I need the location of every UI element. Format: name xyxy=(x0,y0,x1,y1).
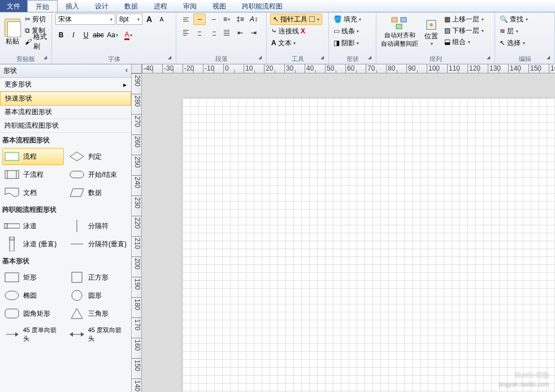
shape-terminator[interactable]: 开始/结束 xyxy=(67,166,129,183)
shadow-label: 阴影 xyxy=(341,38,355,48)
text-tool-button[interactable]: A 文本▾ xyxy=(270,37,297,49)
tab-process[interactable]: 进程 xyxy=(146,0,175,12)
group-icon: ⬓ xyxy=(444,38,450,46)
shape-swimlane-v[interactable]: 泳道 (垂直) xyxy=(2,236,64,252)
bring-forward-icon: ▦ xyxy=(444,15,450,23)
align-right-button[interactable] xyxy=(207,27,219,38)
bold-button[interactable]: B xyxy=(55,29,67,41)
pointer-tool-button[interactable]: ↖ 指针工具 ▾ xyxy=(270,14,322,25)
align-top-center-button[interactable] xyxy=(193,14,206,25)
tab-design[interactable]: 设计 xyxy=(87,0,116,12)
format-painter-button[interactable]: 🖌 格式刷 xyxy=(24,36,48,47)
align-left-button[interactable] xyxy=(180,27,192,38)
back-label: 下移一层 xyxy=(452,26,479,36)
vertical-ruler[interactable]: 2902802702602502402302202102001901801701… xyxy=(132,73,142,392)
quick-shapes-item[interactable]: 快速形状 xyxy=(0,92,131,106)
drawing-page[interactable] xyxy=(183,98,555,392)
shape-data[interactable]: 数据 xyxy=(67,184,129,201)
auto-align-button[interactable]: 自动对齐和 自动调整间距 xyxy=(380,14,419,51)
shape-label: 圆角矩形 xyxy=(23,309,50,319)
group-button[interactable]: ⬓组合▾ xyxy=(443,36,485,47)
align-top-right-button[interactable] xyxy=(207,14,219,25)
position-button[interactable]: 位置▾ xyxy=(422,14,441,51)
connector-tool-button[interactable]: ⤷ 连接线 X xyxy=(270,25,306,37)
crossfunc-stencil[interactable]: 跨职能流程图形状 xyxy=(0,119,131,133)
fill-button[interactable]: 🪣填充▾ xyxy=(332,14,362,25)
text-direction-button[interactable]: A↕ xyxy=(248,14,260,25)
shrink-font-icon: A xyxy=(160,16,164,23)
horizontal-ruler[interactable]: -40-30-20-100102030405060708090100110120… xyxy=(142,64,555,73)
italic-button[interactable]: I xyxy=(68,29,79,41)
shape-rounded-rect[interactable]: 圆角矩形 xyxy=(2,305,64,322)
shapes-panel: 形状 ‹ 更多形状 ▸ 快速形状 基本流程图形状 跨职能流程图形状 基本流程图形… xyxy=(0,64,132,392)
shadow-button[interactable]: ◨阴影▾ xyxy=(332,37,360,49)
font-size-value: 8pt xyxy=(119,15,129,23)
shape-label: 45 度单向箭头 xyxy=(23,326,62,343)
strikethrough-button[interactable]: abc xyxy=(93,29,104,41)
tab-home[interactable]: 开始 xyxy=(27,0,58,12)
tab-file[interactable]: 文件 xyxy=(0,0,27,12)
tab-review[interactable]: 审阅 xyxy=(175,0,205,12)
shape-decision[interactable]: 判定 xyxy=(67,148,129,165)
shape-label: 流程 xyxy=(23,152,37,162)
shape-double-arrow-45[interactable]: 45 度双向箭头 xyxy=(67,323,129,346)
shape-ellipse[interactable]: 椭圆 xyxy=(2,287,64,304)
font-size-combo[interactable]: 8pt▾ xyxy=(116,14,142,25)
tab-data[interactable]: 数据 xyxy=(116,0,146,12)
tab-crossfunc[interactable]: 跨职能流程图 xyxy=(234,0,290,12)
font-color-button[interactable]: A▾ xyxy=(121,29,136,41)
layers-button[interactable]: ≋层▾ xyxy=(498,25,519,37)
more-shapes-label: 更多形状 xyxy=(5,80,32,89)
tab-view[interactable]: 视图 xyxy=(205,0,234,12)
grow-font-button[interactable]: A xyxy=(144,14,155,25)
shape-label: 矩形 xyxy=(23,273,37,282)
shape-arrow-45[interactable]: 45 度单向箭头 xyxy=(2,323,64,346)
strike-icon: abc xyxy=(93,31,103,39)
align-top-left-button[interactable] xyxy=(180,14,192,25)
svg-point-20 xyxy=(5,291,19,300)
shape-swimlane[interactable]: 泳道 xyxy=(2,217,64,234)
bullets-button[interactable]: ≡▾ xyxy=(220,14,233,25)
change-case-button[interactable]: Aa▾ xyxy=(105,29,120,41)
case-icon: Aa xyxy=(107,31,115,39)
shape-circle[interactable]: 圆形 xyxy=(67,287,129,304)
align-center-button[interactable] xyxy=(193,27,206,38)
justify-button[interactable] xyxy=(220,27,233,38)
shape-process[interactable]: 流程 xyxy=(2,148,64,165)
paste-label: 粘贴 xyxy=(6,37,19,46)
line-button[interactable]: ▭线条▾ xyxy=(332,25,360,37)
paste-button[interactable]: 粘贴 xyxy=(3,14,21,51)
shape-triangle[interactable]: 三角形 xyxy=(67,305,129,322)
font-name-combo[interactable]: 宋体▾ xyxy=(55,14,115,25)
shape-label: 文档 xyxy=(23,188,37,198)
tab-insert[interactable]: 插入 xyxy=(58,0,87,12)
select-button[interactable]: ↖选择▾ xyxy=(498,37,526,49)
group-btn-label: 组合 xyxy=(452,37,466,47)
bring-forward-button[interactable]: ▦上移一层▾ xyxy=(443,14,485,25)
chevron-left-icon[interactable]: ‹ xyxy=(125,66,128,76)
pointer-icon: ↖ xyxy=(273,15,279,23)
svg-rect-10 xyxy=(70,171,84,178)
shape-subprocess[interactable]: 子流程 xyxy=(2,166,64,183)
font-color-icon: A xyxy=(124,31,129,40)
shape-square[interactable]: 正方形 xyxy=(67,269,129,286)
send-backward-button[interactable]: ▨下移一层▾ xyxy=(443,25,485,36)
chevron-down-icon: ▾ xyxy=(137,17,140,22)
shape-separator-v[interactable]: 分隔符(垂直) xyxy=(67,236,129,252)
underline-button[interactable]: U xyxy=(80,29,92,41)
circle-icon xyxy=(69,290,85,301)
find-button[interactable]: 🔍查找▾ xyxy=(498,14,529,25)
decrease-indent-button[interactable]: ⇤ xyxy=(234,27,246,38)
svg-rect-22 xyxy=(5,309,19,318)
more-shapes-item[interactable]: 更多形状 ▸ xyxy=(0,78,131,92)
shape-separator[interactable]: 分隔符 xyxy=(67,217,129,234)
increase-indent-button[interactable]: ⇥ xyxy=(248,27,260,38)
watermark: Baidu 经验 jingyan.baidu.com xyxy=(499,366,549,387)
basic-flowchart-stencil[interactable]: 基本流程图形状 xyxy=(0,106,131,119)
shape-document[interactable]: 文档 xyxy=(2,184,64,201)
shape-rectangle[interactable]: 矩形 xyxy=(2,269,64,286)
shrink-font-button[interactable]: A xyxy=(156,14,167,25)
cut-button[interactable]: ✂ 剪切 xyxy=(24,14,48,25)
text-icon: A xyxy=(271,39,276,47)
line-spacing-button[interactable]: ‡≡ xyxy=(234,14,246,25)
